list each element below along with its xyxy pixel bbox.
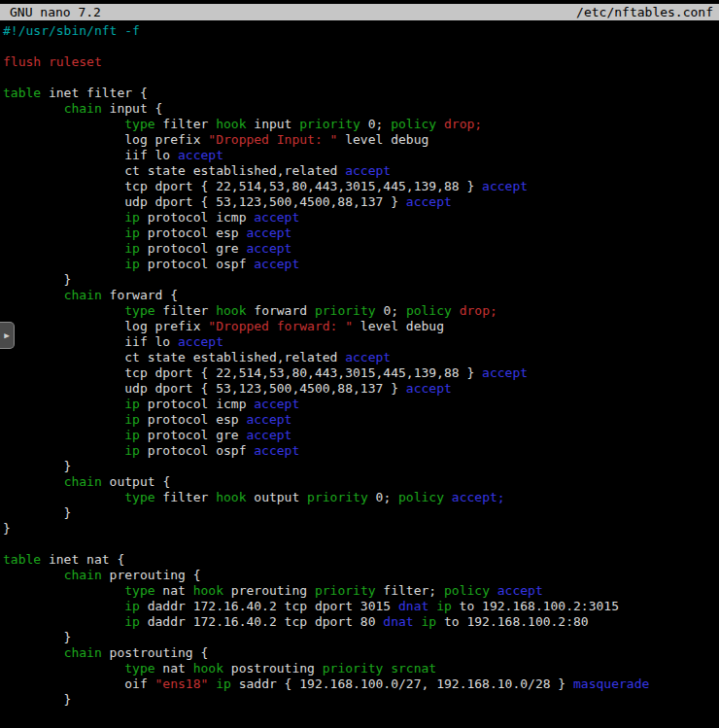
- code-token: tcp dport { 22,514,53,80,443,3015,445,13…: [3, 179, 482, 193]
- code-token: filter: [155, 117, 217, 131]
- code-token: hook: [193, 583, 223, 598]
- code-token: [3, 225, 124, 240]
- code-line: ip protocol ospf accept: [3, 257, 719, 272]
- code-token: [3, 101, 64, 116]
- code-line: udp dport { 53,123,500,4500,88,137 } acc…: [3, 381, 719, 397]
- code-line: ip daddr 172.16.40.2 tcp dport 3015 dnat…: [3, 599, 719, 614]
- code-token: type: [124, 583, 154, 598]
- code-line: }: [3, 272, 719, 288]
- code-token: }: [3, 521, 11, 536]
- code-line: }: [3, 692, 719, 708]
- code-token: [3, 303, 124, 318]
- code-token: postrouting {: [102, 645, 209, 660]
- code-token: ip: [124, 241, 140, 256]
- file-path: /etc/nftables.conf: [576, 5, 713, 20]
- code-token: type: [124, 303, 154, 318]
- code-token: policy: [406, 303, 452, 318]
- code-token: udp dport { 53,123,500,4500,88,137 }: [3, 381, 406, 396]
- code-line: [3, 39, 719, 54]
- code-line: ip protocol esp accept: [3, 412, 719, 428]
- code-token: }: [3, 505, 71, 520]
- code-token: protocol gre: [140, 241, 247, 256]
- code-token: 0;: [376, 303, 406, 318]
- code-token: chain: [64, 645, 102, 660]
- code-token: accept: [406, 381, 452, 396]
- code-token: "Dropped forward: ": [208, 319, 353, 333]
- code-line: table inet filter {: [3, 86, 719, 101]
- code-token: chain: [64, 101, 102, 116]
- code-token: ip: [124, 397, 140, 411]
- code-token: protocol icmp: [140, 397, 254, 411]
- code-token: log prefix: [3, 319, 208, 333]
- code-line: flush ruleset: [3, 54, 719, 70]
- code-token: type: [124, 490, 154, 504]
- code-token: accept: [246, 225, 291, 240]
- code-token: table: [3, 552, 41, 567]
- code-line: }: [3, 459, 719, 474]
- code-token: ip: [124, 257, 140, 271]
- code-token: protocol gre: [140, 428, 247, 442]
- code-line: ct state established,related accept: [3, 350, 719, 365]
- code-token: accept: [482, 365, 528, 380]
- code-token: accept: [246, 241, 291, 256]
- code-token: ip: [216, 676, 231, 691]
- code-token: }: [3, 630, 71, 644]
- code-token: [3, 257, 124, 271]
- code-token: inet nat {: [41, 552, 124, 567]
- code-line: ip protocol esp accept: [3, 225, 719, 241]
- code-token: chain: [64, 288, 102, 302]
- code-token: 0;: [368, 490, 398, 504]
- code-token: dnat: [383, 614, 413, 629]
- code-token: output: [246, 490, 307, 504]
- code-line: chain prerouting {: [3, 568, 719, 583]
- code-token: priority: [323, 661, 384, 676]
- code-token: table: [3, 86, 41, 100]
- code-token: policy: [398, 490, 444, 504]
- code-token: masquerade: [573, 676, 649, 691]
- code-token: ip: [124, 225, 140, 240]
- code-token: #!/usr/sbin/nft -f: [3, 23, 140, 38]
- code-token: nat: [155, 661, 193, 676]
- code-line: chain output {: [3, 474, 719, 490]
- code-line: table inet nat {: [3, 552, 719, 568]
- code-token: drop;: [444, 117, 482, 131]
- code-line: ct state established,related accept: [3, 163, 719, 179]
- code-token: [3, 241, 124, 256]
- code-line: oif "ens18" ip saddr { 192.168.100.0/27,…: [3, 676, 719, 692]
- code-token: accept: [406, 194, 452, 209]
- code-token: accept: [254, 443, 299, 458]
- expand-arrow-icon: ▶: [4, 328, 9, 343]
- code-token: ip: [124, 210, 140, 225]
- code-token: accept: [178, 334, 223, 349]
- code-token: [3, 599, 124, 613]
- code-line: #!/usr/sbin/nft -f: [3, 23, 719, 39]
- code-token: ip: [124, 412, 140, 427]
- code-token: prerouting {: [102, 568, 201, 582]
- code-token: prerouting: [223, 583, 315, 598]
- code-line: type nat hook prerouting priority filter…: [3, 583, 719, 599]
- code-line: log prefix "Dropped forward: " level deb…: [3, 319, 719, 334]
- code-line: }: [3, 630, 719, 645]
- code-token: [3, 443, 124, 458]
- code-token: input {: [102, 101, 163, 116]
- code-token: policy: [444, 583, 490, 598]
- code-token: tcp dport { 22,514,53,80,443,3015,445,13…: [3, 365, 482, 380]
- side-panel-toggle[interactable]: ▶: [0, 322, 15, 349]
- code-token: udp dport { 53,123,500,4500,88,137 }: [3, 194, 406, 209]
- code-token: protocol ospf: [140, 443, 254, 458]
- code-token: dnat: [398, 599, 428, 613]
- code-token: log prefix: [3, 132, 208, 147]
- code-token: [3, 614, 124, 629]
- code-token: protocol icmp: [140, 210, 254, 225]
- code-token: level debug: [337, 132, 428, 147]
- code-token: flush ruleset: [3, 54, 102, 69]
- code-line: type filter hook output priority 0; poli…: [3, 490, 719, 505]
- code-line: log prefix "Dropped Input: " level debug: [3, 132, 719, 148]
- code-token: daddr 172.16.40.2 tcp dport 3015: [140, 599, 398, 613]
- code-token: chain: [64, 568, 102, 582]
- code-token: type: [124, 117, 154, 131]
- code-token: ct state established,related: [3, 350, 345, 364]
- code-line: tcp dport { 22,514,53,80,443,3015,445,13…: [3, 179, 719, 194]
- code-area[interactable]: #!/usr/sbin/nft -fflush rulesettable ine…: [0, 20, 719, 708]
- code-token: [3, 583, 124, 598]
